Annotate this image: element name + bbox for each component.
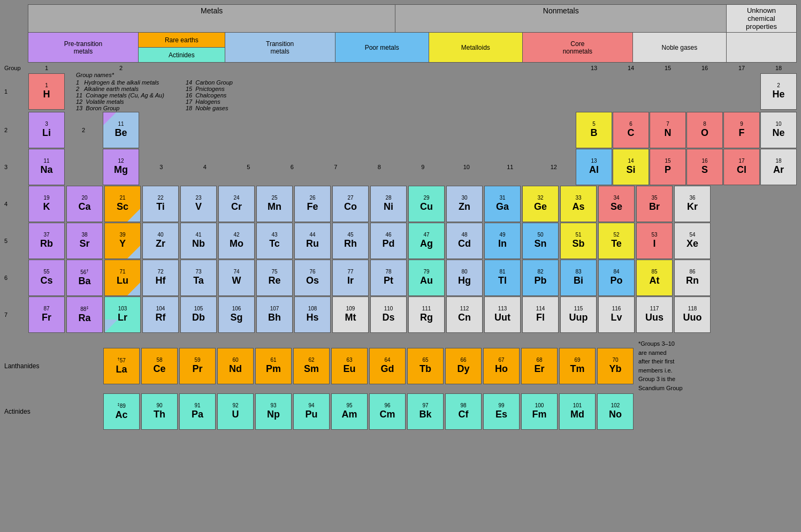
element-Te[interactable]: 52Te — [598, 223, 635, 259]
element-Pu[interactable]: 94Pu — [293, 393, 330, 430]
element-Cd[interactable]: 48Cd — [446, 223, 483, 259]
element-Tm[interactable]: 69Tm — [559, 348, 596, 384]
element-In[interactable]: 49In — [484, 223, 521, 259]
element-Ba[interactable]: 56† Ba — [66, 260, 103, 296]
element-Sn[interactable]: 50Sn — [522, 223, 559, 259]
element-Pa[interactable]: 91Pa — [179, 393, 216, 430]
element-Br[interactable]: 35Br — [636, 186, 673, 222]
element-Lv[interactable]: 116Lv — [598, 297, 635, 333]
element-Kr[interactable]: 36Kr — [674, 186, 711, 222]
element-Ir[interactable]: 77Ir — [332, 260, 369, 296]
element-Mg[interactable]: 12 Mg — [103, 149, 139, 185]
element-Pr[interactable]: 59Pr — [179, 348, 216, 384]
element-Pt[interactable]: 78Pt — [370, 260, 407, 296]
element-Pm[interactable]: 61Pm — [255, 348, 292, 384]
element-Li[interactable]: 3 Li — [28, 112, 65, 148]
element-Uup[interactable]: 115Uup — [560, 297, 597, 333]
element-O[interactable]: 8 O — [686, 112, 723, 148]
element-Se[interactable]: 34Se — [598, 186, 635, 222]
element-Cn[interactable]: 112Cn — [446, 297, 483, 333]
element-Pb[interactable]: 82Pb — [522, 260, 559, 296]
element-Ti[interactable]: 22Ti — [142, 186, 179, 222]
element-F[interactable]: 9 F — [723, 112, 760, 148]
element-Uus[interactable]: 117Uus — [636, 297, 673, 333]
element-Re[interactable]: 75Re — [256, 260, 293, 296]
element-Os[interactable]: 76Os — [294, 260, 331, 296]
element-Be[interactable]: 11 Be — [103, 112, 139, 148]
element-K[interactable]: 19 K — [28, 186, 65, 222]
element-Cl[interactable]: 17 Cl — [723, 149, 760, 185]
element-Rg[interactable]: 111Rg — [408, 297, 445, 333]
element-Hf[interactable]: 72Hf — [142, 260, 179, 296]
element-H[interactable]: 1 H — [28, 73, 65, 110]
element-Rb[interactable]: 37Rb — [28, 223, 65, 259]
element-S[interactable]: 16 S — [686, 149, 723, 185]
element-Ho[interactable]: 67Ho — [483, 348, 520, 384]
element-Db[interactable]: 105Db — [180, 297, 217, 333]
element-Al[interactable]: 13 Al — [576, 149, 612, 185]
element-He[interactable]: 2 He — [760, 73, 797, 110]
element-Eu[interactable]: 63Eu — [331, 348, 368, 384]
element-Ga[interactable]: 31Ga — [484, 186, 521, 222]
element-Mn[interactable]: 25Mn — [256, 186, 293, 222]
element-Ag[interactable]: 47Ag — [408, 223, 445, 259]
element-Ni[interactable]: 28Ni — [370, 186, 407, 222]
element-U[interactable]: 92U — [217, 393, 254, 430]
element-Fe[interactable]: 26Fe — [294, 186, 331, 222]
element-Hg[interactable]: 80Hg — [446, 260, 483, 296]
element-At[interactable]: 85At — [636, 260, 673, 296]
element-Ce[interactable]: 58Ce — [141, 348, 178, 384]
element-Rh[interactable]: 45Rh — [332, 223, 369, 259]
element-Co[interactable]: 27Co — [332, 186, 369, 222]
element-Ra[interactable]: 88‡ Ra — [66, 297, 103, 333]
element-Sr[interactable]: 38Sr — [66, 223, 103, 259]
element-Ge[interactable]: 32Ge — [522, 186, 559, 222]
element-Ne[interactable]: 10 Ne — [760, 112, 797, 148]
element-Po[interactable]: 84Po — [598, 260, 635, 296]
element-Mt[interactable]: 109Mt — [332, 297, 369, 333]
element-Cm[interactable]: 96Cm — [369, 393, 406, 430]
element-Es[interactable]: 99Es — [483, 393, 520, 430]
element-Cf[interactable]: 98Cf — [445, 393, 482, 430]
element-Hs[interactable]: 108Hs — [294, 297, 331, 333]
element-Cr[interactable]: 24Cr — [218, 186, 255, 222]
element-Fr[interactable]: 87Fr — [28, 297, 65, 333]
element-Np[interactable]: 93Np — [255, 393, 292, 430]
element-N[interactable]: 7 N — [650, 112, 686, 148]
element-Fl[interactable]: 114Fl — [522, 297, 559, 333]
element-Tc[interactable]: 43Tc — [256, 223, 293, 259]
element-Er[interactable]: 68Er — [521, 348, 558, 384]
element-Ac[interactable]: ‡89 Ac — [103, 393, 140, 430]
element-P[interactable]: 15 P — [650, 149, 686, 185]
element-C[interactable]: 6 C — [613, 112, 649, 148]
element-Bi[interactable]: 83Bi — [560, 260, 597, 296]
element-Y[interactable]: 39Y — [104, 223, 141, 259]
element-Cs[interactable]: 55Cs — [28, 260, 65, 296]
element-Cu[interactable]: 29Cu — [408, 186, 445, 222]
element-Sc[interactable]: 21 Sc — [104, 186, 141, 222]
element-Sm[interactable]: 62Sm — [293, 348, 330, 384]
element-Nd[interactable]: 60Nd — [217, 348, 254, 384]
element-Lu[interactable]: 71Lu — [104, 260, 141, 296]
element-Au[interactable]: 79Au — [408, 260, 445, 296]
element-Yb[interactable]: 70Yb — [597, 348, 634, 384]
element-Rn[interactable]: 86Rn — [674, 260, 711, 296]
element-Uut[interactable]: 113Uut — [484, 297, 521, 333]
element-W[interactable]: 74W — [218, 260, 255, 296]
element-Sb[interactable]: 51Sb — [560, 223, 597, 259]
element-Fm[interactable]: 100Fm — [521, 393, 558, 430]
element-Dy[interactable]: 66Dy — [445, 348, 482, 384]
element-Nb[interactable]: 41Nb — [180, 223, 217, 259]
element-Md[interactable]: 101Md — [559, 393, 596, 430]
element-Am[interactable]: 95Am — [331, 393, 368, 430]
element-Rf[interactable]: 104Rf — [142, 297, 179, 333]
element-Tl[interactable]: 81Tl — [484, 260, 521, 296]
element-V[interactable]: 23V — [180, 186, 217, 222]
element-Sg[interactable]: 106Sg — [218, 297, 255, 333]
element-Zn[interactable]: 30Zn — [446, 186, 483, 222]
element-Th[interactable]: 90Th — [141, 393, 178, 430]
element-Zr[interactable]: 40Zr — [142, 223, 179, 259]
element-Na[interactable]: 11 Na — [28, 149, 65, 185]
element-I[interactable]: 53I — [636, 223, 673, 259]
element-Ru[interactable]: 44Ru — [294, 223, 331, 259]
